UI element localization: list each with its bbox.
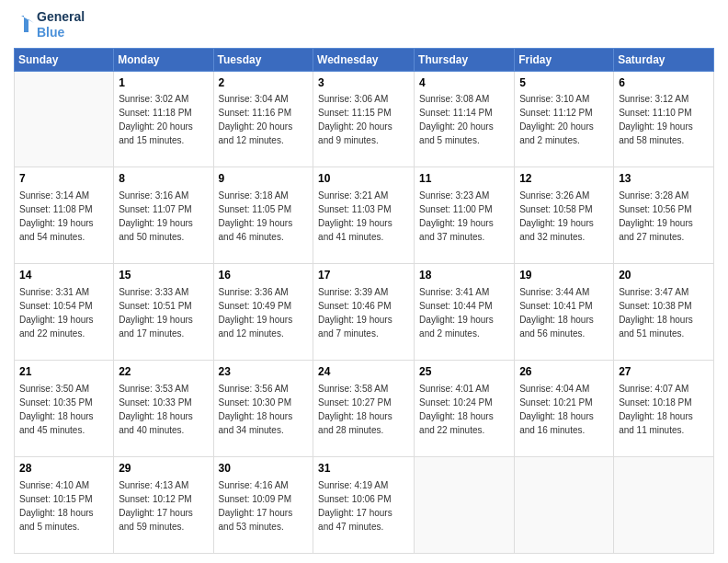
day-number: 28 [19,461,108,477]
calendar-cell: 17Sunrise: 3:39 AM Sunset: 10:46 PM Dayl… [313,264,415,361]
calendar-cell: 11Sunrise: 3:23 AM Sunset: 11:00 PM Dayl… [415,167,515,264]
week-row-3: 14Sunrise: 3:31 AM Sunset: 10:54 PM Dayl… [15,264,714,361]
day-info: Sunrise: 3:39 AM Sunset: 10:46 PM Daylig… [318,285,409,340]
calendar-cell: 27Sunrise: 4:07 AM Sunset: 10:18 PM Dayl… [614,361,714,457]
calendar-cell: 31Sunrise: 4:19 AM Sunset: 10:06 PM Dayl… [313,457,415,554]
day-info: Sunrise: 3:18 AM Sunset: 11:05 PM Daylig… [219,189,309,244]
calendar-cell: 7Sunrise: 3:14 AM Sunset: 11:08 PM Dayli… [15,167,114,264]
day-number: 21 [19,364,108,380]
day-info: Sunrise: 4:13 AM Sunset: 10:12 PM Daylig… [119,478,208,534]
day-info: Sunrise: 3:12 AM Sunset: 11:10 PM Daylig… [619,92,709,147]
day-info: Sunrise: 3:28 AM Sunset: 10:56 PM Daylig… [619,189,709,244]
week-row-2: 7Sunrise: 3:14 AM Sunset: 11:08 PM Dayli… [15,167,714,264]
day-number: 1 [119,75,208,91]
day-info: Sunrise: 3:02 AM Sunset: 11:18 PM Daylig… [119,92,208,147]
day-number: 20 [619,268,709,283]
day-info: Sunrise: 3:53 AM Sunset: 10:33 PM Daylig… [119,382,208,437]
day-number: 25 [419,364,509,380]
day-number: 9 [219,171,309,187]
day-number: 31 [318,461,409,477]
day-info: Sunrise: 4:07 AM Sunset: 10:18 PM Daylig… [619,382,709,437]
logo-text-block: General Blue [14,9,85,40]
day-number: 24 [318,364,409,380]
day-number: 8 [119,171,208,187]
logo-blue: Blue [37,25,85,40]
day-info: Sunrise: 3:44 AM Sunset: 10:41 PM Daylig… [519,285,609,340]
calendar-cell: 15Sunrise: 3:33 AM Sunset: 10:51 PM Dayl… [114,264,213,361]
calendar-cell [614,457,714,554]
calendar-cell: 21Sunrise: 3:50 AM Sunset: 10:35 PM Dayl… [15,361,114,457]
day-number: 4 [419,75,509,91]
day-info: Sunrise: 4:16 AM Sunset: 10:09 PM Daylig… [219,478,309,534]
calendar-cell: 1Sunrise: 3:02 AM Sunset: 11:18 PM Dayli… [114,71,213,167]
calendar-cell: 5Sunrise: 3:10 AM Sunset: 11:12 PM Dayli… [515,71,614,167]
weekday-header-row: SundayMondayTuesdayWednesdayThursdayFrid… [15,48,714,71]
header: General Blue [14,9,714,40]
weekday-header-friday: Friday [515,48,614,71]
calendar-cell: 6Sunrise: 3:12 AM Sunset: 11:10 PM Dayli… [614,71,714,167]
day-info: Sunrise: 3:47 AM Sunset: 10:38 PM Daylig… [619,285,709,340]
day-number: 13 [619,171,709,187]
day-info: Sunrise: 4:04 AM Sunset: 10:21 PM Daylig… [519,382,609,437]
day-info: Sunrise: 3:10 AM Sunset: 11:12 PM Daylig… [519,92,609,147]
day-number: 30 [219,461,309,477]
logo-bird-icon [14,12,34,38]
day-number: 3 [318,75,409,91]
day-number: 11 [419,171,509,187]
day-number: 19 [519,268,609,283]
day-number: 17 [318,268,409,283]
calendar-cell: 23Sunrise: 3:56 AM Sunset: 10:30 PM Dayl… [213,361,313,457]
weekday-header-saturday: Saturday [614,48,714,71]
day-number: 14 [19,268,108,283]
calendar-cell: 16Sunrise: 3:36 AM Sunset: 10:49 PM Dayl… [213,264,313,361]
day-info: Sunrise: 3:04 AM Sunset: 11:16 PM Daylig… [219,92,309,147]
calendar-cell: 14Sunrise: 3:31 AM Sunset: 10:54 PM Dayl… [15,264,114,361]
calendar-cell: 22Sunrise: 3:53 AM Sunset: 10:33 PM Dayl… [114,361,213,457]
calendar-cell: 4Sunrise: 3:08 AM Sunset: 11:14 PM Dayli… [415,71,515,167]
calendar-page: General Blue SundayMondayTuesdayWednesda… [0,0,728,563]
week-row-1: 1Sunrise: 3:02 AM Sunset: 11:18 PM Dayli… [15,71,714,167]
calendar-cell [415,457,515,554]
day-info: Sunrise: 3:50 AM Sunset: 10:35 PM Daylig… [19,382,108,437]
day-info: Sunrise: 3:14 AM Sunset: 11:08 PM Daylig… [19,189,108,244]
calendar-table: SundayMondayTuesdayWednesdayThursdayFrid… [14,48,714,554]
calendar-cell [15,71,114,167]
day-number: 15 [119,268,208,283]
calendar-cell: 10Sunrise: 3:21 AM Sunset: 11:03 PM Dayl… [313,167,415,264]
day-info: Sunrise: 3:06 AM Sunset: 11:15 PM Daylig… [318,92,409,147]
day-number: 27 [619,364,709,380]
logo: General Blue [14,9,85,40]
calendar-cell: 19Sunrise: 3:44 AM Sunset: 10:41 PM Dayl… [515,264,614,361]
day-number: 18 [419,268,509,283]
day-info: Sunrise: 3:56 AM Sunset: 10:30 PM Daylig… [219,382,309,437]
day-number: 12 [519,171,609,187]
calendar-cell [515,457,614,554]
day-info: Sunrise: 3:58 AM Sunset: 10:27 PM Daylig… [318,382,409,437]
logo-general: General [37,9,85,25]
day-number: 26 [519,364,609,380]
calendar-cell: 12Sunrise: 3:26 AM Sunset: 10:58 PM Dayl… [515,167,614,264]
day-number: 22 [119,364,208,380]
day-number: 7 [19,171,108,187]
day-info: Sunrise: 4:01 AM Sunset: 10:24 PM Daylig… [419,382,509,437]
weekday-header-tuesday: Tuesday [213,48,313,71]
calendar-cell: 29Sunrise: 4:13 AM Sunset: 10:12 PM Dayl… [114,457,213,554]
calendar-cell: 18Sunrise: 3:41 AM Sunset: 10:44 PM Dayl… [415,264,515,361]
day-number: 10 [318,171,409,187]
day-number: 5 [519,75,609,91]
calendar-cell: 13Sunrise: 3:28 AM Sunset: 10:56 PM Dayl… [614,167,714,264]
day-info: Sunrise: 3:33 AM Sunset: 10:51 PM Daylig… [119,285,208,340]
week-row-5: 28Sunrise: 4:10 AM Sunset: 10:15 PM Dayl… [15,457,714,554]
day-number: 6 [619,75,709,91]
calendar-cell: 8Sunrise: 3:16 AM Sunset: 11:07 PM Dayli… [114,167,213,264]
day-info: Sunrise: 3:31 AM Sunset: 10:54 PM Daylig… [19,285,108,340]
calendar-cell: 25Sunrise: 4:01 AM Sunset: 10:24 PM Dayl… [415,361,515,457]
svg-marker-0 [21,16,34,32]
day-info: Sunrise: 3:16 AM Sunset: 11:07 PM Daylig… [119,189,208,244]
calendar-cell: 3Sunrise: 3:06 AM Sunset: 11:15 PM Dayli… [313,71,415,167]
calendar-cell: 2Sunrise: 3:04 AM Sunset: 11:16 PM Dayli… [213,71,313,167]
day-info: Sunrise: 3:08 AM Sunset: 11:14 PM Daylig… [419,92,509,147]
calendar-cell: 9Sunrise: 3:18 AM Sunset: 11:05 PM Dayli… [213,167,313,264]
day-info: Sunrise: 3:36 AM Sunset: 10:49 PM Daylig… [219,285,309,340]
weekday-header-monday: Monday [114,48,213,71]
